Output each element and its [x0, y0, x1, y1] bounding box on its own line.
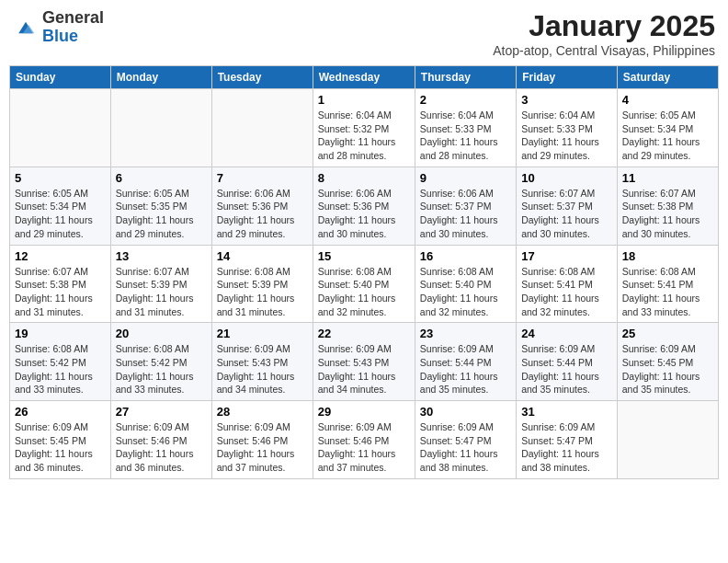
calendar-body: 1Sunrise: 6:04 AMSunset: 5:32 PMDaylight…	[10, 89, 719, 479]
day-number: 8	[318, 171, 410, 185]
calendar-cell: 5Sunrise: 6:05 AMSunset: 5:34 PMDaylight…	[10, 167, 111, 245]
logo-icon	[13, 17, 39, 38]
calendar-cell: 31Sunrise: 6:09 AMSunset: 5:47 PMDayligh…	[517, 401, 618, 479]
day-info: Sunrise: 6:09 AMSunset: 5:46 PMDaylight:…	[318, 420, 410, 475]
calendar-cell	[211, 89, 313, 167]
day-info: Sunrise: 6:08 AMSunset: 5:41 PMDaylight:…	[622, 265, 713, 319]
calendar-cell: 29Sunrise: 6:09 AMSunset: 5:46 PMDayligh…	[313, 401, 415, 479]
calendar-cell	[110, 89, 211, 167]
calendar-cell: 26Sunrise: 6:09 AMSunset: 5:45 PMDayligh…	[10, 401, 111, 479]
day-info: Sunrise: 6:08 AMSunset: 5:41 PMDaylight:…	[521, 265, 612, 319]
day-number: 3	[521, 93, 612, 107]
calendar-cell	[617, 401, 718, 479]
day-number: 31	[521, 405, 612, 419]
calendar-cell: 17Sunrise: 6:08 AMSunset: 5:41 PMDayligh…	[517, 245, 618, 323]
day-info: Sunrise: 6:07 AMSunset: 5:39 PMDaylight:…	[116, 265, 207, 319]
weekday-header-sunday: Sunday	[10, 66, 111, 89]
day-info: Sunrise: 6:07 AMSunset: 5:37 PMDaylight:…	[521, 187, 612, 241]
day-number: 19	[15, 327, 106, 340]
calendar-cell: 22Sunrise: 6:09 AMSunset: 5:43 PMDayligh…	[313, 323, 415, 401]
day-info: Sunrise: 6:09 AMSunset: 5:45 PMDaylight:…	[15, 420, 106, 475]
weekday-header-thursday: Thursday	[415, 66, 516, 89]
day-number: 7	[217, 171, 308, 185]
calendar-cell: 4Sunrise: 6:05 AMSunset: 5:34 PMDaylight…	[617, 89, 718, 167]
day-number: 4	[622, 93, 713, 107]
calendar-cell: 30Sunrise: 6:09 AMSunset: 5:47 PMDayligh…	[415, 401, 516, 479]
day-number: 22	[318, 327, 410, 340]
day-number: 15	[318, 249, 410, 263]
day-number: 24	[521, 327, 612, 340]
day-number: 25	[622, 327, 713, 340]
calendar-cell: 16Sunrise: 6:08 AMSunset: 5:40 PMDayligh…	[415, 245, 516, 323]
day-number: 5	[15, 171, 106, 185]
calendar-cell: 2Sunrise: 6:04 AMSunset: 5:33 PMDaylight…	[415, 89, 516, 167]
day-info: Sunrise: 6:04 AMSunset: 5:32 PMDaylight:…	[318, 109, 410, 163]
day-info: Sunrise: 6:09 AMSunset: 5:46 PMDaylight:…	[116, 420, 207, 475]
day-info: Sunrise: 6:09 AMSunset: 5:45 PMDaylight:…	[622, 342, 713, 396]
calendar-cell: 25Sunrise: 6:09 AMSunset: 5:45 PMDayligh…	[617, 323, 718, 401]
calendar-cell: 18Sunrise: 6:08 AMSunset: 5:41 PMDayligh…	[617, 245, 718, 323]
day-info: Sunrise: 6:06 AMSunset: 5:36 PMDaylight:…	[318, 187, 410, 241]
logo: General Blue	[13, 9, 104, 46]
calendar-cell: 7Sunrise: 6:06 AMSunset: 5:36 PMDaylight…	[211, 167, 313, 245]
day-number: 14	[217, 249, 308, 263]
calendar-cell: 27Sunrise: 6:09 AMSunset: 5:46 PMDayligh…	[110, 401, 211, 479]
calendar-cell: 1Sunrise: 6:04 AMSunset: 5:32 PMDaylight…	[313, 89, 415, 167]
calendar-week-3: 12Sunrise: 6:07 AMSunset: 5:38 PMDayligh…	[10, 245, 719, 323]
day-info: Sunrise: 6:08 AMSunset: 5:40 PMDaylight:…	[420, 265, 511, 319]
calendar-cell: 28Sunrise: 6:09 AMSunset: 5:46 PMDayligh…	[211, 401, 313, 479]
day-info: Sunrise: 6:05 AMSunset: 5:34 PMDaylight:…	[15, 187, 106, 241]
day-info: Sunrise: 6:09 AMSunset: 5:43 PMDaylight:…	[217, 342, 308, 396]
location-subtitle: Atop-atop, Central Visayas, Philippines	[493, 43, 715, 58]
weekday-header-row: SundayMondayTuesdayWednesdayThursdayFrid…	[10, 66, 719, 89]
calendar-cell: 3Sunrise: 6:04 AMSunset: 5:33 PMDaylight…	[517, 89, 618, 167]
day-info: Sunrise: 6:07 AMSunset: 5:38 PMDaylight:…	[15, 265, 106, 319]
logo-general-text: General	[42, 8, 104, 27]
day-info: Sunrise: 6:09 AMSunset: 5:47 PMDaylight:…	[521, 420, 612, 475]
day-number: 21	[217, 327, 308, 340]
day-number: 26	[15, 405, 106, 419]
calendar-cell: 14Sunrise: 6:08 AMSunset: 5:39 PMDayligh…	[211, 245, 313, 323]
day-info: Sunrise: 6:06 AMSunset: 5:37 PMDaylight:…	[420, 187, 511, 241]
calendar-cell: 23Sunrise: 6:09 AMSunset: 5:44 PMDayligh…	[415, 323, 516, 401]
day-info: Sunrise: 6:08 AMSunset: 5:42 PMDaylight:…	[116, 342, 207, 396]
calendar-cell: 6Sunrise: 6:05 AMSunset: 5:35 PMDaylight…	[110, 167, 211, 245]
weekday-header-monday: Monday	[110, 66, 211, 89]
calendar-cell: 8Sunrise: 6:06 AMSunset: 5:36 PMDaylight…	[313, 167, 415, 245]
weekday-header-tuesday: Tuesday	[211, 66, 313, 89]
day-info: Sunrise: 6:09 AMSunset: 5:47 PMDaylight:…	[420, 420, 511, 475]
day-number: 29	[318, 405, 410, 419]
day-info: Sunrise: 6:09 AMSunset: 5:44 PMDaylight:…	[521, 342, 612, 396]
day-info: Sunrise: 6:09 AMSunset: 5:46 PMDaylight:…	[217, 420, 308, 475]
day-info: Sunrise: 6:08 AMSunset: 5:42 PMDaylight:…	[15, 342, 106, 396]
calendar-cell: 24Sunrise: 6:09 AMSunset: 5:44 PMDayligh…	[517, 323, 618, 401]
day-info: Sunrise: 6:05 AMSunset: 5:35 PMDaylight:…	[116, 187, 207, 241]
day-number: 11	[622, 171, 713, 185]
calendar-cell: 19Sunrise: 6:08 AMSunset: 5:42 PMDayligh…	[10, 323, 111, 401]
day-number: 30	[420, 405, 511, 419]
day-number: 17	[521, 249, 612, 263]
calendar-week-1: 1Sunrise: 6:04 AMSunset: 5:32 PMDaylight…	[10, 89, 719, 167]
calendar-week-4: 19Sunrise: 6:08 AMSunset: 5:42 PMDayligh…	[10, 323, 719, 401]
day-number: 23	[420, 327, 511, 340]
calendar-header: SundayMondayTuesdayWednesdayThursdayFrid…	[10, 66, 719, 89]
calendar-week-5: 26Sunrise: 6:09 AMSunset: 5:45 PMDayligh…	[10, 401, 719, 479]
weekday-header-saturday: Saturday	[617, 66, 718, 89]
day-number: 18	[622, 249, 713, 263]
calendar-table: SundayMondayTuesdayWednesdayThursdayFrid…	[9, 65, 719, 479]
day-number: 9	[420, 171, 511, 185]
calendar-cell: 21Sunrise: 6:09 AMSunset: 5:43 PMDayligh…	[211, 323, 313, 401]
day-number: 13	[116, 249, 207, 263]
calendar-cell: 12Sunrise: 6:07 AMSunset: 5:38 PMDayligh…	[10, 245, 111, 323]
weekday-header-friday: Friday	[517, 66, 618, 89]
day-number: 10	[521, 171, 612, 185]
day-info: Sunrise: 6:06 AMSunset: 5:36 PMDaylight:…	[217, 187, 308, 241]
day-number: 2	[420, 93, 511, 107]
calendar-cell: 15Sunrise: 6:08 AMSunset: 5:40 PMDayligh…	[313, 245, 415, 323]
day-info: Sunrise: 6:08 AMSunset: 5:39 PMDaylight:…	[217, 265, 308, 319]
weekday-header-wednesday: Wednesday	[313, 66, 415, 89]
calendar-cell: 20Sunrise: 6:08 AMSunset: 5:42 PMDayligh…	[110, 323, 211, 401]
day-number: 12	[15, 249, 106, 263]
calendar-cell: 11Sunrise: 6:07 AMSunset: 5:38 PMDayligh…	[617, 167, 718, 245]
day-info: Sunrise: 6:09 AMSunset: 5:43 PMDaylight:…	[318, 342, 410, 396]
